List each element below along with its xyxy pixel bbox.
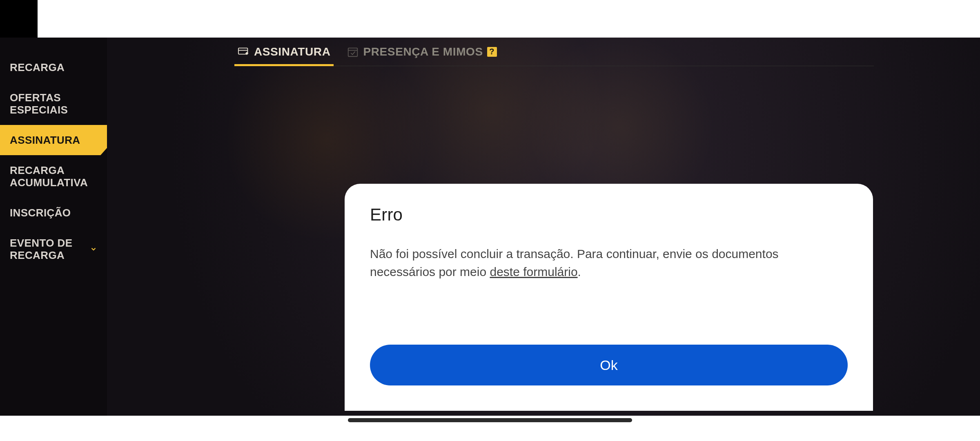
content-tabs: ASSINATURA PRESENÇA E MIMOS ? xyxy=(238,38,874,66)
sidebar-item-label: RECARGAACUMULATIVA xyxy=(10,164,88,189)
notch-corner xyxy=(0,0,38,38)
sidebar-item-label: ASSINATURA xyxy=(10,134,80,146)
sidebar-item-recarga[interactable]: RECARGA xyxy=(0,52,107,82)
sidebar-item-recarga-acumulativa[interactable]: RECARGAACUMULATIVA xyxy=(0,155,107,198)
sidebar-item-inscricao[interactable]: INSCRIÇÃO xyxy=(0,198,107,228)
error-dialog: Erro Não foi possível concluir a transaç… xyxy=(345,184,873,411)
home-indicator xyxy=(348,418,632,422)
dialog-message: Não foi possível concluir a transação. P… xyxy=(370,245,811,281)
game-screen: RECARGA OFERTASESPECIAIS ASSINATURA RECA… xyxy=(0,38,980,416)
tab-assinatura[interactable]: ASSINATURA xyxy=(238,38,330,66)
calendar-check-icon xyxy=(347,46,359,58)
sidebar-item-label: OFERTASESPECIAIS xyxy=(10,91,68,116)
card-diamond-icon xyxy=(238,46,250,58)
dialog-message-post: . xyxy=(578,265,581,278)
sidebar-item-evento-de-recarga[interactable]: EVENTO DERECARGA xyxy=(0,228,107,270)
status-bar xyxy=(0,0,980,38)
sidebar-item-label: EVENTO DERECARGA xyxy=(10,237,72,261)
bottom-bar xyxy=(0,416,980,441)
sidebar-item-label: RECARGA xyxy=(10,61,65,74)
tab-label: ASSINATURA xyxy=(254,45,330,58)
chevron-down-icon xyxy=(90,245,97,253)
svg-rect-3 xyxy=(348,48,358,56)
sidebar-item-ofertas-especiais[interactable]: OFERTASESPECIAIS xyxy=(0,82,107,125)
tab-label: PRESENÇA E MIMOS xyxy=(363,45,483,58)
sidebar-item-assinatura[interactable]: ASSINATURA xyxy=(0,125,107,155)
ok-button[interactable]: Ok xyxy=(370,345,848,385)
sidebar-item-label: INSCRIÇÃO xyxy=(10,207,71,219)
help-icon[interactable]: ? xyxy=(487,47,497,57)
tab-presenca-e-mimos[interactable]: PRESENÇA E MIMOS ? xyxy=(347,38,497,66)
dialog-title: Erro xyxy=(370,205,848,225)
form-link[interactable]: deste formulário xyxy=(490,265,577,278)
content-area: ASSINATURA PRESENÇA E MIMOS ? Erro Não f… xyxy=(107,38,980,416)
sidebar: RECARGA OFERTASESPECIAIS ASSINATURA RECA… xyxy=(0,38,107,416)
